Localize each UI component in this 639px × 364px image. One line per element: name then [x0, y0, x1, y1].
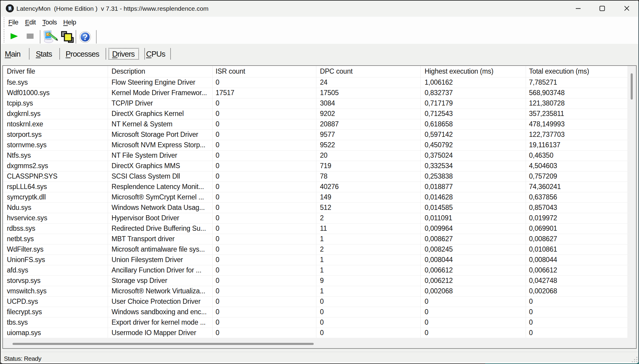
svg-text:?: ?: [83, 32, 88, 42]
